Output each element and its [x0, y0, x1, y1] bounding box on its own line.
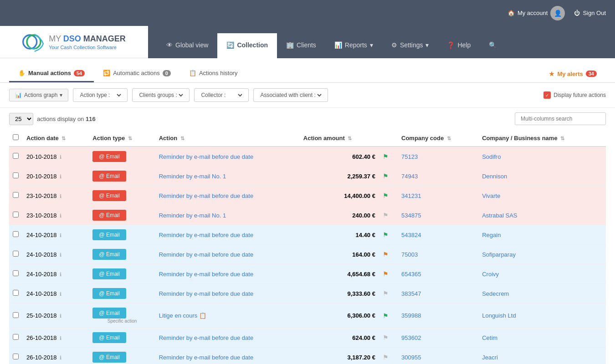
- company-code-link[interactable]: 654365: [401, 271, 421, 278]
- company-name-link[interactable]: Vivarte: [482, 192, 500, 199]
- email-button[interactable]: @ Email: [92, 308, 126, 318]
- info-icon[interactable]: ℹ: [60, 313, 62, 318]
- email-button[interactable]: @ Email: [92, 190, 126, 201]
- company-code-link[interactable]: 383547: [401, 290, 421, 297]
- multi-columns-search[interactable]: [515, 112, 606, 125]
- tab-actions-history[interactable]: 📋 Actions history: [180, 65, 247, 82]
- info-icon[interactable]: ℹ: [60, 174, 62, 179]
- tab-automatic-actions[interactable]: 🔁 Automatic actions 0: [94, 65, 180, 82]
- action-link[interactable]: Reminder by e-mail before due date: [159, 290, 253, 297]
- email-button[interactable]: @ Email: [92, 249, 126, 260]
- info-icon[interactable]: ℹ: [60, 355, 62, 360]
- company-code-link[interactable]: 359988: [401, 312, 421, 319]
- company-name-link[interactable]: Jeacri: [482, 354, 498, 361]
- info-icon[interactable]: ℹ: [60, 252, 62, 258]
- company-code-link[interactable]: 75123: [401, 153, 418, 160]
- clients-groups-filter[interactable]: Clients groups :: [132, 88, 190, 102]
- email-button[interactable]: @ Email: [92, 171, 126, 182]
- company-name-link[interactable]: Astrabal SAS: [482, 212, 517, 219]
- rows-per-page-select[interactable]: 25: [9, 113, 33, 125]
- company-code-link[interactable]: 300955: [401, 354, 421, 361]
- action-link[interactable]: Reminder by e-mail before due date: [159, 251, 253, 258]
- row-checkbox[interactable]: [13, 212, 19, 217]
- row-checkbox[interactable]: [13, 251, 19, 257]
- company-code-link[interactable]: 341231: [401, 192, 421, 199]
- action-type-select[interactable]: Action type :: [78, 91, 123, 99]
- company-code-link[interactable]: 953602: [401, 334, 421, 341]
- row-checkbox[interactable]: [13, 312, 19, 318]
- info-icon[interactable]: ℹ: [60, 335, 62, 341]
- company-name-link[interactable]: Regain: [482, 232, 501, 238]
- row-checkbox[interactable]: [13, 231, 19, 237]
- nav-clients[interactable]: 🏢 Clients: [277, 33, 325, 58]
- nav-reports[interactable]: 📊 Reports ▾: [325, 33, 382, 58]
- action-link[interactable]: Reminder by e-mail No. 1: [159, 173, 226, 180]
- action-link[interactable]: Reminder by e-mail before due date: [159, 232, 253, 238]
- row-checkbox[interactable]: [13, 334, 19, 340]
- row-checkbox[interactable]: [13, 290, 19, 296]
- actions-graph-button[interactable]: 📊 Actions graph ▾: [9, 89, 68, 101]
- associated-client-select[interactable]: Associated with client :: [258, 91, 323, 99]
- email-button[interactable]: @ Email: [92, 352, 126, 363]
- company-code-link[interactable]: 534875: [401, 212, 421, 219]
- associated-client-filter[interactable]: Associated with client :: [253, 88, 328, 102]
- company-name-link[interactable]: Dennison: [482, 173, 507, 180]
- nav-collection[interactable]: 🔄 Collection: [217, 33, 277, 58]
- action-type-filter[interactable]: Action type :: [73, 88, 128, 102]
- company-name-link[interactable]: Sodifro: [482, 153, 501, 160]
- action-link[interactable]: Reminder by e-mail before due date: [159, 271, 253, 278]
- company-name-link[interactable]: Croivy: [482, 271, 499, 278]
- nav-global-view[interactable]: 👁 Global view: [157, 33, 217, 58]
- email-button[interactable]: @ Email: [92, 288, 126, 299]
- select-all-checkbox[interactable]: [13, 134, 19, 140]
- info-icon[interactable]: ℹ: [60, 213, 62, 218]
- sign-out-button[interactable]: ⏻ Sign Out: [574, 10, 606, 16]
- display-future-checkbox[interactable]: ✓: [543, 91, 551, 99]
- row-action-type: @ Email: [89, 225, 155, 245]
- action-link[interactable]: Reminder by e-mail before due date: [159, 153, 253, 160]
- nav-help[interactable]: ❓ Help: [438, 33, 480, 58]
- row-checkbox[interactable]: [13, 153, 19, 159]
- company-name-link[interactable]: Longuish Ltd: [482, 312, 516, 319]
- info-icon[interactable]: ℹ: [60, 154, 62, 160]
- action-link[interactable]: Reminder by e-mail before due date: [159, 334, 253, 341]
- row-company-name: Croivy: [478, 264, 606, 284]
- display-future-actions[interactable]: ✓ Display future actions: [543, 91, 606, 99]
- action-link[interactable]: Reminder by e-mail No. 1: [159, 212, 226, 219]
- row-checkbox[interactable]: [13, 270, 19, 276]
- collector-select[interactable]: Collector :: [199, 91, 244, 99]
- info-icon[interactable]: ℹ: [60, 272, 62, 277]
- signout-icon: ⏻: [574, 10, 580, 16]
- info-icon[interactable]: ℹ: [60, 291, 62, 297]
- email-button[interactable]: @ Email: [92, 268, 126, 279]
- row-action: Reminder by e-mail before due date: [155, 225, 300, 245]
- nav-search[interactable]: 🔍: [480, 33, 506, 58]
- company-code-link[interactable]: 543824: [401, 232, 421, 238]
- email-button[interactable]: @ Email: [92, 229, 126, 240]
- company-code-link[interactable]: 75003: [401, 251, 418, 258]
- nav-settings[interactable]: ⚙ Settings ▾: [382, 33, 438, 58]
- my-account-button[interactable]: 🏠 My account 👤: [507, 6, 565, 20]
- info-icon[interactable]: ℹ: [60, 233, 62, 238]
- row-checkbox[interactable]: [13, 172, 19, 178]
- info-icon[interactable]: ℹ: [60, 193, 62, 199]
- action-link[interactable]: Reminder by e-mail before due date: [159, 192, 253, 199]
- action-link[interactable]: Reminder by e-mail before due date: [159, 354, 253, 361]
- collector-filter[interactable]: Collector :: [194, 88, 249, 102]
- email-button[interactable]: @ Email: [92, 210, 126, 221]
- company-name-link[interactable]: Cetim: [482, 334, 497, 341]
- email-button[interactable]: @ Email: [92, 332, 126, 343]
- action-link[interactable]: Litige en cours 📋: [159, 312, 206, 319]
- row-checkbox[interactable]: [13, 354, 19, 359]
- table-row: 20-10-2018 ℹ @ Email Reminder by e-mail …: [9, 147, 606, 167]
- company-name-link[interactable]: Sedecrem: [482, 290, 509, 297]
- row-checkbox[interactable]: [13, 192, 19, 198]
- email-button[interactable]: @ Email: [92, 151, 126, 162]
- clients-groups-select[interactable]: Clients groups :: [137, 91, 184, 99]
- my-alerts-button[interactable]: ★ My alerts 34: [540, 66, 606, 82]
- tab-manual-actions[interactable]: ✋ Manual actions 54: [9, 65, 94, 82]
- company-code-link[interactable]: 74943: [401, 173, 418, 180]
- row-action: Reminder by e-mail before due date: [155, 245, 300, 264]
- company-name-link[interactable]: Sofiparparay: [482, 251, 516, 258]
- content-area: ✋ Manual actions 54 🔁 Automatic actions …: [0, 58, 615, 364]
